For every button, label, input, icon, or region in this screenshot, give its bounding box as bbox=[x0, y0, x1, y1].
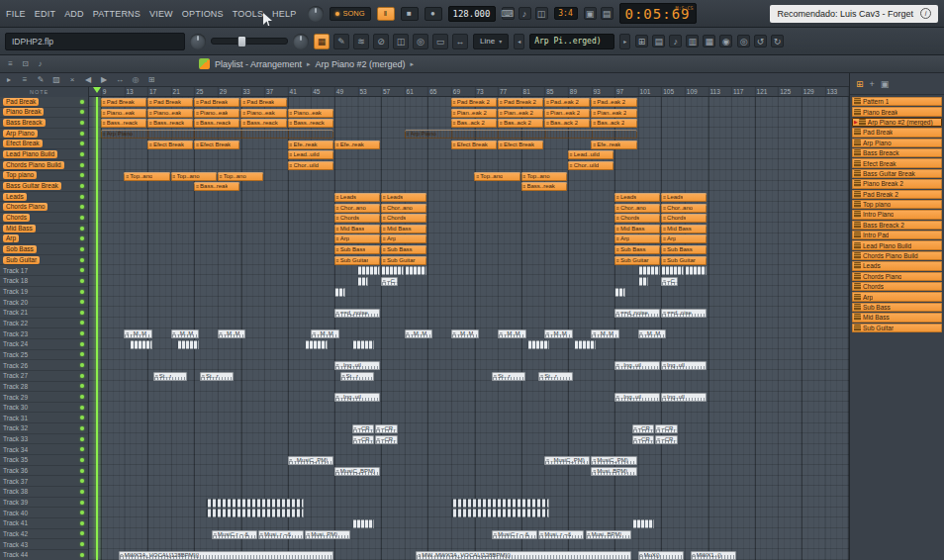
track-row[interactable]: Chords bbox=[0, 213, 88, 224]
audio-clip[interactable]: ≡~CR.. bbox=[375, 435, 398, 444]
audio-clip[interactable]: ≡St...r bbox=[153, 372, 187, 381]
track-mute-led[interactable] bbox=[80, 469, 84, 473]
pattern-clip[interactable]: ≡Pad..eak 2 bbox=[544, 98, 590, 107]
pattern-list-item[interactable]: Pad Break bbox=[852, 128, 942, 137]
time-display[interactable]: M:S:CS 0:05:69 bbox=[619, 3, 697, 24]
track-mute-led[interactable] bbox=[80, 479, 84, 483]
audio-clip[interactable]: ≡MWX3A_VOCAL[128BPM]() bbox=[119, 551, 333, 560]
track-row[interactable]: Track 25 bbox=[0, 350, 88, 361]
audio-clip[interactable]: ≡Musi..r ~& bbox=[258, 530, 304, 539]
playlist-pattern-name[interactable]: Arp Piano #2 (merged) bbox=[316, 59, 406, 69]
track-mute-led[interactable] bbox=[80, 406, 84, 410]
track-mute-led[interactable] bbox=[80, 553, 84, 557]
track-mute-led[interactable] bbox=[80, 352, 84, 356]
pattern-clip[interactable]: ≡Piano..eak bbox=[288, 109, 333, 118]
audio-clip[interactable]: ≡..Ing..uil bbox=[334, 393, 380, 402]
audio-clip[interactable] bbox=[638, 277, 649, 286]
audio-clip[interactable] bbox=[451, 509, 549, 517]
track-row[interactable]: Track 27 bbox=[0, 371, 88, 382]
track-mute-led[interactable] bbox=[80, 490, 84, 494]
track-mute-led[interactable] bbox=[80, 521, 84, 525]
track-mute-led[interactable] bbox=[80, 132, 84, 136]
track-row[interactable]: Arp Piano bbox=[0, 129, 88, 140]
pattern-list-item[interactable]: Pattern 1 bbox=[852, 97, 942, 106]
audio-clip[interactable] bbox=[527, 340, 550, 349]
track-row[interactable]: Track 21 bbox=[0, 308, 88, 319]
track-row[interactable]: Track 23 bbox=[0, 328, 88, 339]
track-mute-led[interactable] bbox=[80, 258, 84, 262]
pattern-clip[interactable]: ≡Chor..ano bbox=[381, 204, 426, 213]
pattern-clip[interactable]: ≡Leads bbox=[614, 193, 660, 202]
pencil-tool-button[interactable]: ✎ bbox=[333, 34, 349, 49]
track-row[interactable]: Track 28 bbox=[0, 382, 88, 393]
audio-clip[interactable]: ≡Musi..BPM) bbox=[591, 467, 636, 476]
track-mute-led[interactable] bbox=[80, 163, 84, 167]
audio-clip[interactable]: ≡~CR.. bbox=[352, 424, 375, 433]
audio-clip[interactable]: ≡..M..M bbox=[124, 329, 152, 338]
audio-clip[interactable]: ≡..M..M bbox=[591, 329, 619, 338]
pattern-clip[interactable]: ≡Efe..reak bbox=[591, 140, 636, 149]
menu-item-help[interactable]: HELP bbox=[272, 9, 296, 19]
blend-recording-icon[interactable]: ◫ bbox=[535, 7, 548, 20]
track-mute-led[interactable] bbox=[80, 184, 84, 188]
track-row[interactable]: Chords Piano Build bbox=[0, 160, 88, 171]
audio-clip[interactable]: ≡..M..M bbox=[218, 329, 246, 338]
track-row[interactable]: Track 44 bbox=[0, 550, 88, 560]
typing-keyboard-icon[interactable]: ⌨ bbox=[502, 7, 515, 20]
pattern-list-item[interactable]: Bass Breack 2 bbox=[852, 221, 942, 230]
pattern-clip[interactable]: ≡Arp bbox=[614, 234, 660, 243]
pattern-clip[interactable]: ≡Arp bbox=[334, 234, 380, 243]
pattern-clip[interactable]: ≡Top..ano bbox=[474, 172, 519, 181]
audio-clip[interactable]: ≡..M..M bbox=[405, 329, 433, 338]
track-row[interactable]: Track 20 bbox=[0, 297, 88, 308]
audio-clip[interactable]: ≡MusiC.r ~ & bbox=[212, 530, 257, 539]
track-mute-led[interactable] bbox=[80, 374, 84, 378]
track-row[interactable]: Track 41 bbox=[0, 518, 88, 529]
track-mute-led[interactable] bbox=[80, 426, 84, 430]
track-mute-led[interactable] bbox=[80, 247, 84, 251]
audio-clip[interactable] bbox=[451, 499, 549, 508]
undo-button[interactable]: ↺ bbox=[754, 35, 767, 47]
pattern-clip[interactable]: ≡Leads bbox=[334, 193, 380, 202]
pattern-clip[interactable]: ≡Bas..ack 2 bbox=[544, 119, 590, 128]
pattern-clip[interactable]: ≡Chor..ano bbox=[661, 204, 707, 213]
track-row[interactable]: Track 37 bbox=[0, 476, 88, 487]
track-mute-led[interactable] bbox=[80, 268, 84, 272]
track-row[interactable]: Track 40 bbox=[0, 508, 88, 518]
pattern-clip[interactable]: ≡Bass..reack bbox=[240, 119, 286, 128]
pattern-clip[interactable]: ≡Bas..ack 2 bbox=[591, 119, 636, 128]
shuffle-knob[interactable] bbox=[308, 6, 324, 22]
track-mute-led[interactable] bbox=[80, 121, 84, 125]
piano-roll-button[interactable]: ♪ bbox=[669, 35, 682, 47]
audio-clip[interactable]: ≡..M..M bbox=[171, 329, 200, 338]
pattern-prev-button[interactable]: ◂ bbox=[514, 34, 524, 49]
audio-clip[interactable]: ≡St...r bbox=[340, 372, 374, 381]
track-mute-led[interactable] bbox=[80, 501, 84, 505]
audio-clip[interactable]: ≡St...r bbox=[492, 372, 525, 381]
track-mute-led[interactable] bbox=[80, 100, 84, 104]
track-row[interactable]: Pad Break bbox=[0, 97, 88, 108]
pattern-clip[interactable]: ≡Chords bbox=[334, 214, 380, 223]
track-row[interactable]: Sub Guitar bbox=[0, 255, 88, 266]
audio-clip[interactable]: ≡..M..M bbox=[498, 329, 526, 338]
track-mute-led[interactable] bbox=[80, 531, 84, 535]
audio-clip[interactable] bbox=[685, 266, 708, 275]
audio-clip[interactable]: ≡~CR.. bbox=[352, 435, 375, 444]
audio-clip[interactable] bbox=[352, 340, 375, 349]
window-menu-icon[interactable]: ≡ bbox=[5, 58, 16, 69]
pattern-clip[interactable]: ≡Efect Break bbox=[498, 140, 543, 149]
audio-clip[interactable]: ≡St...r bbox=[538, 372, 572, 381]
pattern-list-item[interactable]: Chords Piano bbox=[852, 272, 942, 281]
pause-button[interactable]: ‖ bbox=[377, 7, 395, 21]
browser-button[interactable]: ▦ bbox=[703, 35, 715, 47]
pattern-clip[interactable]: ≡Piano..eak bbox=[147, 109, 193, 118]
track-mute-led[interactable] bbox=[80, 458, 84, 462]
menu-item-options[interactable]: OPTIONS bbox=[182, 9, 224, 19]
track-row[interactable]: Track 34 bbox=[0, 444, 88, 455]
main-volume-knob[interactable] bbox=[190, 34, 206, 49]
picker-expand-icon[interactable]: ▣ bbox=[881, 79, 890, 89]
audio-clip[interactable]: ≡Musi..BPM) bbox=[586, 530, 631, 539]
playlist-button[interactable]: ▤ bbox=[652, 35, 665, 47]
audio-clip[interactable]: ≡MWX1..() bbox=[691, 551, 736, 560]
track-row[interactable]: Track 36 bbox=[0, 466, 88, 477]
